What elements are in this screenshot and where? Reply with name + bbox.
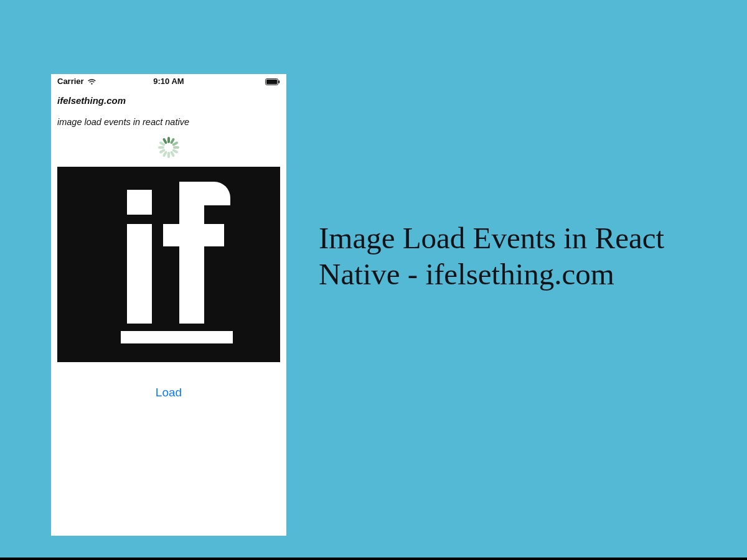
if-logo-f-top (202, 182, 230, 205)
slide-canvas: Carrier 9:10 AM (0, 0, 747, 558)
clock-label: 9:10 AM (51, 77, 286, 86)
if-logo-f-cross (163, 224, 224, 246)
status-bar: Carrier 9:10 AM (51, 74, 286, 88)
if-logo-i-stem (127, 224, 152, 324)
if-logo-i-dot (127, 190, 152, 215)
load-button[interactable]: Load (57, 386, 280, 399)
spinner-wrap (57, 137, 280, 158)
loading-spinner-icon (158, 137, 179, 158)
app-body: ifelsething.com image load events in rea… (51, 88, 286, 536)
phone-mockup: Carrier 9:10 AM (51, 74, 286, 536)
image-preview (57, 167, 280, 362)
subtitle-label: image load events in react native (57, 117, 280, 127)
site-label: ifelsething.com (57, 95, 280, 106)
if-logo-underline (121, 331, 233, 343)
if-logo-f-stem (179, 182, 204, 324)
slide-headline: Image Load Events in React Native - ifel… (319, 220, 717, 292)
